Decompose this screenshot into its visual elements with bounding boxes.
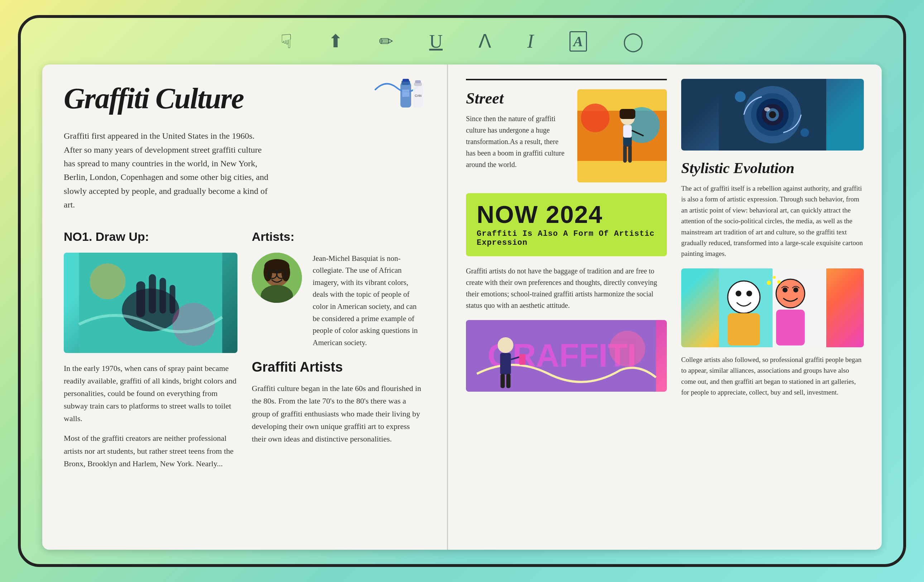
svg-rect-33 bbox=[623, 145, 627, 163]
left-column: NO1. Draw Up: bbox=[64, 230, 238, 477]
pencil-tool[interactable]: ✏ bbox=[379, 31, 393, 51]
street-graffiti-image: GRAFFITI bbox=[466, 320, 667, 392]
spray-can-decoration: CAN bbox=[368, 75, 432, 118]
section1-body2: Most of the graffiti creators are neithe… bbox=[64, 432, 238, 470]
hand-tool[interactable]: ☟ bbox=[280, 30, 292, 53]
underline-tool[interactable]: U bbox=[429, 31, 443, 52]
text-align-tool[interactable]: Ʌ bbox=[478, 30, 492, 52]
svg-point-51 bbox=[769, 111, 776, 118]
street-text: Street Since then the nature of graffiti… bbox=[466, 89, 568, 182]
svg-rect-13 bbox=[170, 285, 175, 314]
svg-rect-6 bbox=[415, 80, 421, 83]
svg-point-54 bbox=[800, 128, 809, 137]
right-side-column: Stylistic Evolution The act of graffiti … bbox=[681, 79, 864, 536]
college-body: College artists also followed, so profes… bbox=[681, 354, 864, 398]
svg-rect-64 bbox=[776, 310, 805, 346]
stylistic-title: Stylistic Evolution bbox=[681, 159, 864, 177]
svg-point-58 bbox=[736, 291, 741, 296]
circle-tool[interactable]: ◯ bbox=[623, 30, 644, 52]
svg-rect-12 bbox=[160, 278, 166, 314]
svg-point-59 bbox=[746, 291, 752, 296]
artist-avatar bbox=[252, 253, 302, 303]
right-column: Artists: bbox=[252, 230, 426, 477]
street-title: Street bbox=[466, 89, 568, 107]
svg-rect-35 bbox=[620, 109, 635, 119]
banner-line2: Graffiti Is Also A Form Of Artistic Expr… bbox=[477, 229, 656, 247]
svg-point-52 bbox=[764, 107, 770, 111]
svg-rect-44 bbox=[507, 374, 511, 388]
svg-rect-3 bbox=[402, 89, 409, 97]
two-column-layout: NO1. Draw Up: bbox=[64, 230, 426, 477]
svg-point-38 bbox=[610, 331, 645, 367]
svg-point-53 bbox=[735, 91, 746, 102]
section1-body1: In the early 1970s, when cans of spray p… bbox=[64, 362, 238, 425]
svg-rect-43 bbox=[501, 374, 505, 388]
content-area: CAN Graffiti Culture Graffiti first appe… bbox=[42, 64, 882, 550]
svg-point-63 bbox=[793, 288, 798, 293]
graffiti-description: Graffiti artists do not have the baggage… bbox=[466, 265, 667, 311]
section3-title: Graffiti Artists bbox=[252, 359, 426, 375]
street-image bbox=[578, 89, 667, 182]
right-main-column: Street Since then the nature of graffiti… bbox=[466, 79, 667, 536]
intro-text: Graffiti first appeared in the United St… bbox=[64, 129, 271, 212]
svg-rect-11 bbox=[149, 274, 156, 314]
svg-rect-42 bbox=[519, 354, 526, 365]
svg-rect-31 bbox=[623, 125, 632, 137]
draw-up-image bbox=[64, 253, 238, 353]
svg-point-65 bbox=[767, 281, 771, 285]
svg-point-67 bbox=[777, 280, 781, 284]
toolbar: ☟ ⬆ ✏ U Ʌ I A ◯ bbox=[21, 18, 903, 64]
svg-point-66 bbox=[773, 276, 776, 279]
svg-point-62 bbox=[782, 288, 787, 293]
banner-line1: NOW 2024 bbox=[477, 202, 656, 227]
abstract-art-image bbox=[681, 79, 864, 150]
cursor-tool[interactable]: ⬆ bbox=[328, 31, 343, 51]
svg-rect-60 bbox=[728, 313, 760, 346]
left-page: CAN Graffiti Culture Graffiti first appe… bbox=[42, 64, 448, 550]
svg-rect-10 bbox=[137, 281, 145, 317]
text-box-tool[interactable]: A bbox=[569, 31, 587, 51]
section3-body: Graffiti culture began in the late 60s a… bbox=[252, 382, 426, 445]
top-divider bbox=[466, 79, 667, 80]
text-tool[interactable]: I bbox=[527, 30, 534, 52]
svg-rect-2 bbox=[403, 79, 409, 82]
svg-point-57 bbox=[728, 281, 760, 313]
street-body: Since then the nature of graffiti cultur… bbox=[466, 113, 568, 170]
artist-row: Jean-Michel Basquiat is non-collegiate. … bbox=[252, 253, 426, 349]
svg-point-14 bbox=[90, 263, 126, 299]
device-frame: ☟ ⬆ ✏ U Ʌ I A ◯ bbox=[18, 15, 906, 567]
svg-rect-40 bbox=[500, 353, 511, 375]
stylistic-body: The act of graffiti itself is a rebellio… bbox=[681, 183, 864, 260]
right-page: Street Since then the nature of graffiti… bbox=[448, 64, 882, 550]
svg-point-27 bbox=[581, 104, 610, 132]
colorful-art-image bbox=[681, 268, 864, 347]
section1-title: NO1. Draw Up: bbox=[64, 230, 238, 244]
svg-point-61 bbox=[776, 279, 805, 308]
street-section: Street Since then the nature of graffiti… bbox=[466, 89, 667, 182]
section2-artist-text: Jean-Michel Basquiat is non-collegiate. … bbox=[313, 253, 426, 349]
svg-point-39 bbox=[498, 337, 513, 353]
svg-rect-34 bbox=[628, 145, 632, 163]
svg-text:CAN: CAN bbox=[415, 94, 422, 98]
now-2024-banner: NOW 2024 Graffiti Is Also A Form Of Arti… bbox=[466, 193, 667, 256]
section2-title: Artists: bbox=[252, 230, 426, 244]
